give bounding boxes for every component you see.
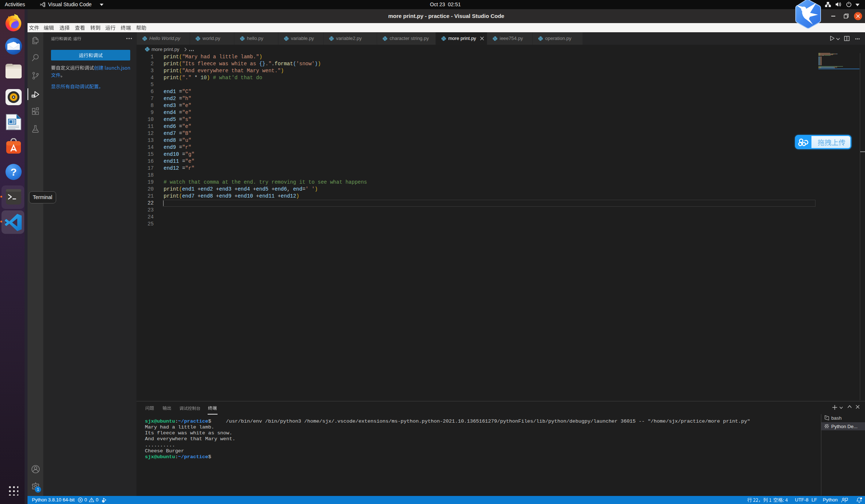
svg-text:?: ? xyxy=(10,166,17,178)
